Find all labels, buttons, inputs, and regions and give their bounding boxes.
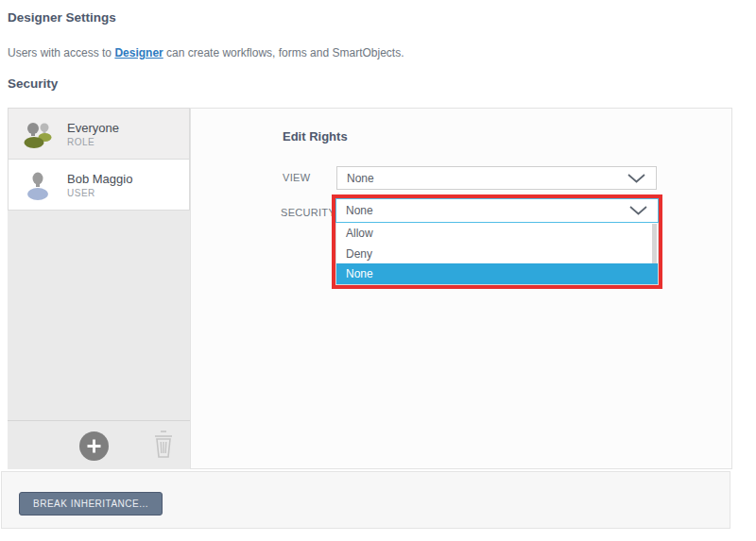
description-prefix: Users with access to — [8, 46, 114, 59]
chevron-down-icon — [629, 202, 647, 219]
identity-list: Everyone ROLE Bob Maggio USER — [8, 108, 190, 469]
identity-list-toolbar — [8, 420, 190, 469]
option-deny[interactable]: Deny — [336, 244, 658, 264]
trash-icon — [151, 430, 176, 460]
list-item-bob-maggio[interactable]: Bob Maggio USER — [8, 159, 190, 211]
footer-bar: BREAK INHERITANCE... — [1, 471, 730, 529]
security-option-list: Allow Deny None — [335, 223, 659, 285]
chevron-down-icon — [627, 170, 645, 187]
security-select-value: None — [346, 204, 373, 217]
description-suffix: can create workflows, forms and SmartObj… — [163, 46, 404, 59]
view-field-label: VIEW — [283, 172, 310, 183]
security-section-title: Security — [8, 76, 58, 91]
identity-type: USER — [67, 188, 95, 198]
page-title: Designer Settings — [8, 10, 116, 25]
list-item-everyone[interactable]: Everyone ROLE — [8, 108, 190, 160]
edit-rights-title: Edit Rights — [283, 129, 348, 144]
option-none[interactable]: None — [336, 263, 658, 284]
identity-type: ROLE — [67, 137, 94, 147]
security-select[interactable]: None — [335, 198, 659, 223]
option-allow[interactable]: Allow — [336, 223, 658, 244]
page-description: Users with access to Designer can create… — [8, 46, 404, 59]
identity-name: Everyone — [67, 121, 119, 135]
security-field-label: SECURITY — [281, 207, 335, 218]
plus-icon — [86, 438, 102, 454]
identity-name: Bob Maggio — [67, 172, 132, 186]
user-icon — [22, 170, 56, 202]
designer-link[interactable]: Designer — [114, 46, 163, 59]
security-dropdown-highlight: None Allow Deny None — [332, 194, 662, 289]
break-inheritance-button[interactable]: BREAK INHERITANCE... — [19, 492, 163, 516]
view-select-value: None — [347, 172, 374, 185]
group-role-icon — [22, 119, 56, 151]
delete-identity-button[interactable] — [151, 430, 176, 462]
option-list-scrollbar[interactable] — [652, 224, 657, 263]
view-select[interactable]: None — [336, 166, 657, 190]
identity-list-empty-area — [8, 211, 190, 420]
add-identity-button[interactable] — [79, 431, 109, 461]
